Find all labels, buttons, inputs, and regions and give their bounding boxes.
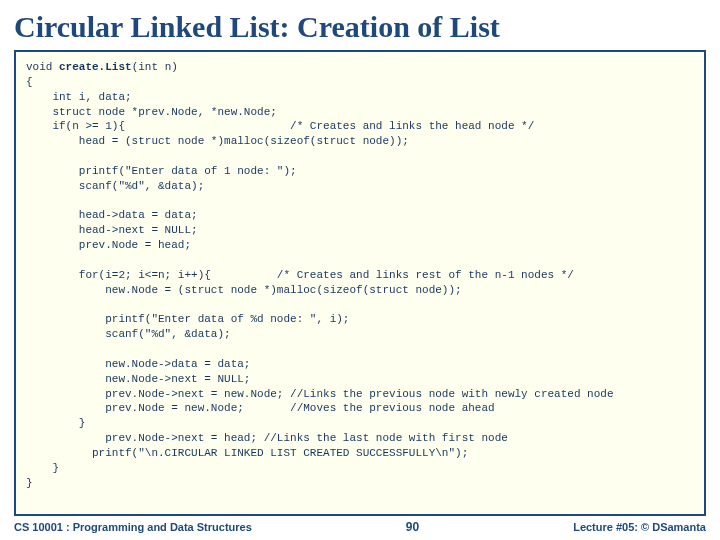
code-pre: void [26,61,59,73]
slide: Circular Linked List: Creation of List v… [0,0,720,540]
code-listing: void create.List(int n) { int i, data; s… [26,60,694,490]
footer-left: CS 10001 : Programming and Data Structur… [14,521,252,533]
page-title: Circular Linked List: Creation of List [14,10,706,44]
code-function-name: create.List [59,61,132,73]
footer-page-number: 90 [406,520,419,534]
code-body: (int n) { int i, data; struct node *prev… [26,61,614,489]
footer: CS 10001 : Programming and Data Structur… [14,516,706,534]
footer-right: Lecture #05: © DSamanta [573,521,706,533]
code-box: void create.List(int n) { int i, data; s… [14,50,706,516]
